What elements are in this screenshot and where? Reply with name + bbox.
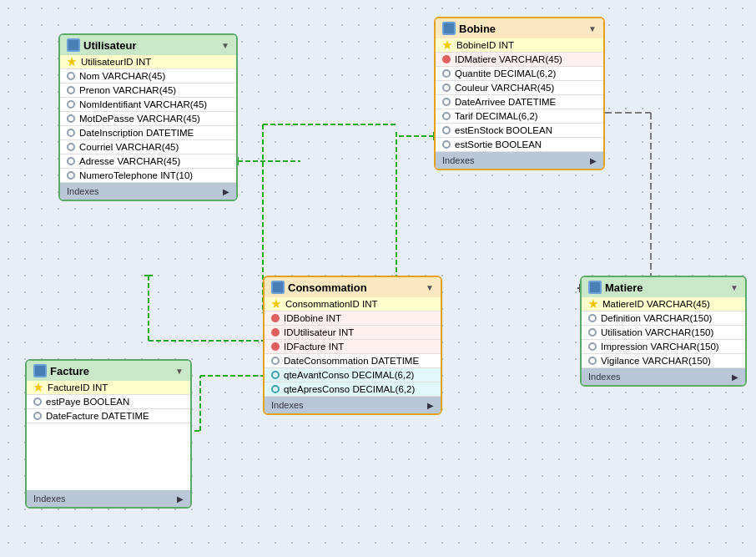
- primary-key-icon: [271, 299, 281, 309]
- field-icon: [442, 98, 451, 106]
- field-name: Quantite DECIMAL(6,2): [455, 68, 556, 78]
- field-row: MatiereID VARCHAR(45): [582, 297, 745, 311]
- field-row: Definition VARCHAR(150): [582, 311, 745, 326]
- field-name: Utilisation VARCHAR(150): [601, 327, 713, 337]
- field-row: Utilisation VARCHAR(150): [582, 326, 745, 340]
- field-name: IDFacture INT: [284, 342, 344, 352]
- table-icon: [442, 22, 456, 35]
- primary-key-icon: [588, 299, 598, 309]
- field-row: BobineID INT: [436, 38, 603, 53]
- field-row: estPaye BOOLEAN: [27, 395, 190, 409]
- chevron-down-icon[interactable]: ▼: [588, 24, 597, 33]
- facture-title: Facture: [50, 365, 89, 377]
- table-matiere: Matiere ▼ MatiereID VARCHAR(45) Definiti…: [580, 276, 747, 387]
- field-name: NumeroTelephone INT(10): [79, 170, 193, 180]
- field-icon: [588, 314, 597, 322]
- field-name: Adresse VARCHAR(45): [79, 156, 180, 166]
- field-name: ConsommationID INT: [285, 299, 378, 309]
- table-utilisateur: Utilisateur ▼ UtilisateurID INT Nom VARC…: [58, 33, 238, 201]
- chevron-down-icon[interactable]: ▼: [221, 41, 229, 50]
- field-name: qteApresConso DECIMAL(6,2): [284, 384, 415, 394]
- field-icon: [67, 129, 75, 137]
- facture-footer[interactable]: Indexes ▶: [27, 490, 190, 507]
- field-row: Impression VARCHAR(150): [582, 340, 745, 354]
- field-row: Adresse VARCHAR(45): [60, 154, 236, 169]
- field-row: MotDePasse VARCHAR(45): [60, 112, 236, 126]
- indexes-label: Indexes: [67, 186, 99, 196]
- field-icon: [271, 371, 280, 379]
- foreign-key-icon: [271, 342, 280, 351]
- field-icon: [442, 126, 451, 134]
- chevron-down-icon[interactable]: ▼: [730, 283, 738, 292]
- primary-key-icon: [67, 57, 77, 67]
- table-icon: [33, 364, 47, 377]
- table-bobine: Bobine ▼ BobineID INT IDMatiere VARCHAR(…: [434, 17, 605, 170]
- field-name: Prenon VARCHAR(45): [79, 85, 176, 95]
- field-name: MotDePasse VARCHAR(45): [79, 114, 200, 124]
- field-icon: [67, 100, 75, 109]
- field-icon: [271, 357, 280, 365]
- field-name: Vigilance VARCHAR(150): [601, 356, 711, 366]
- field-name: estSortie BOOLEAN: [455, 139, 542, 149]
- facture-header: Facture ▼: [27, 361, 190, 381]
- bobine-title: Bobine: [459, 23, 496, 35]
- field-icon: [67, 171, 75, 180]
- field-name: DateFacture DATETIME: [46, 411, 149, 421]
- field-icon: [588, 342, 597, 351]
- bobine-header: Bobine ▼: [436, 18, 603, 38]
- chevron-down-icon[interactable]: ▼: [426, 283, 434, 292]
- field-icon: [588, 328, 597, 337]
- consommation-footer[interactable]: Indexes ▶: [265, 397, 441, 413]
- field-row: IDMatiere VARCHAR(45): [436, 53, 603, 67]
- matiere-footer[interactable]: Indexes ▶: [582, 368, 745, 385]
- chevron-down-icon[interactable]: ▼: [175, 367, 184, 376]
- field-name: UtilisateurID INT: [81, 57, 151, 67]
- field-name: Nom VARCHAR(45): [79, 71, 165, 81]
- footer-arrow-icon: ▶: [223, 187, 229, 196]
- field-row: DateArrivee DATETIME: [436, 95, 603, 109]
- indexes-label: Indexes: [271, 400, 304, 410]
- field-row: estSortie BOOLEAN: [436, 138, 603, 152]
- field-icon: [33, 397, 42, 406]
- field-name: Impression VARCHAR(150): [601, 342, 719, 352]
- footer-arrow-icon: ▶: [427, 401, 434, 410]
- field-icon: [588, 357, 597, 365]
- utilisateur-title: Utilisateur: [83, 39, 137, 52]
- table-icon: [67, 38, 80, 52]
- field-row: Tarif DECIMAL(6,2): [436, 109, 603, 124]
- field-row: Prenon VARCHAR(45): [60, 84, 236, 98]
- consommation-body: ConsommationID INT IDBobine INT IDUtilis…: [265, 297, 441, 397]
- utilisateur-body: UtilisateurID INT Nom VARCHAR(45) Prenon…: [60, 55, 236, 183]
- foreign-key-icon: [442, 55, 451, 63]
- matiere-header: Matiere ▼: [582, 277, 745, 297]
- field-row: DateInscription DATETIME: [60, 126, 236, 140]
- field-name: MatiereID VARCHAR(45): [602, 299, 710, 309]
- table-icon: [588, 281, 602, 294]
- field-icon: [67, 86, 75, 94]
- primary-key-icon: [33, 382, 43, 392]
- footer-arrow-icon: ▶: [177, 494, 184, 504]
- field-row: IDFacture INT: [265, 340, 441, 354]
- utilisateur-footer[interactable]: Indexes ▶: [60, 183, 236, 200]
- foreign-key-icon: [271, 328, 280, 337]
- primary-key-icon: [442, 40, 452, 50]
- field-name: IDBobine INT: [284, 313, 341, 323]
- field-row: UtilisateurID INT: [60, 55, 236, 69]
- field-icon: [67, 114, 75, 123]
- field-name: Tarif DECIMAL(6,2): [455, 111, 538, 121]
- indexes-label: Indexes: [442, 155, 475, 165]
- field-row: Quantite DECIMAL(6,2): [436, 67, 603, 81]
- consommation-header: Consommation ▼: [265, 277, 441, 297]
- field-name: qteAvantConso DECIMAL(6,2): [284, 370, 414, 380]
- field-row: NomIdentifiant VARCHAR(45): [60, 98, 236, 112]
- bobine-footer[interactable]: Indexes ▶: [436, 152, 603, 169]
- field-name: FactureID INT: [48, 382, 108, 392]
- field-icon: [442, 69, 451, 78]
- matiere-title: Matiere: [605, 281, 643, 294]
- foreign-key-icon: [271, 314, 280, 322]
- field-name: Courriel VARCHAR(45): [79, 142, 179, 152]
- field-icon: [33, 412, 42, 420]
- field-row: qteApresConso DECIMAL(6,2): [265, 382, 441, 397]
- field-name: estPaye BOOLEAN: [46, 397, 129, 407]
- field-name: estEnStock BOOLEAN: [455, 125, 552, 135]
